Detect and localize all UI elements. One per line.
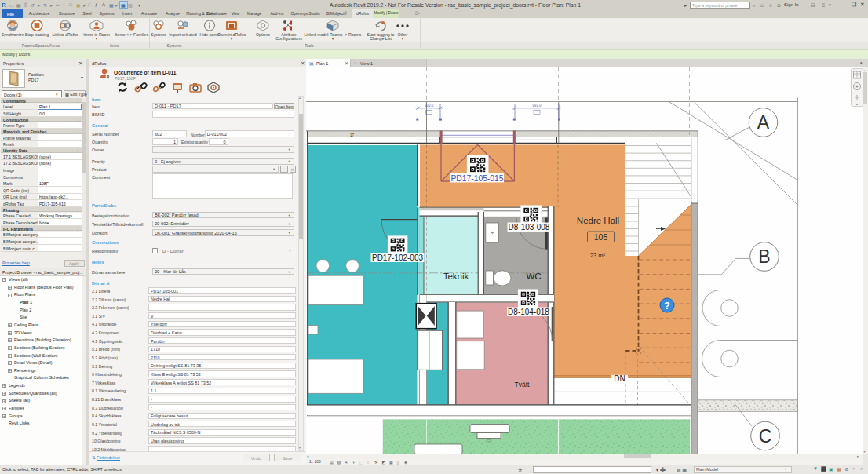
svg-text:Nedre Hall: Nedre Hall (577, 216, 619, 225)
svg-text:23 m²: 23 m² (590, 252, 606, 259)
svg-text:PD17-102-003: PD17-102-003 (372, 253, 423, 262)
svg-text:900.0: 900.0 (425, 104, 434, 108)
svg-text:Teknik: Teknik (443, 272, 469, 281)
svg-text:B: B (758, 246, 770, 267)
svg-text:DN: DN (614, 374, 625, 383)
svg-text:PD17-105-015: PD17-105-015 (451, 174, 504, 183)
svg-text:D8-103-008: D8-103-008 (509, 223, 550, 232)
svg-text:Tvätt: Tvätt (515, 381, 531, 388)
svg-text:17: 17 (350, 133, 355, 137)
svg-text:D8-104-018: D8-104-018 (508, 308, 549, 316)
svg-text:C: C (759, 426, 772, 447)
svg-text:WC: WC (526, 272, 541, 281)
svg-text:105: 105 (594, 232, 608, 242)
svg-text:?: ? (664, 300, 670, 312)
svg-text:993.0: 993.0 (532, 104, 542, 108)
svg-text:A: A (757, 112, 770, 133)
